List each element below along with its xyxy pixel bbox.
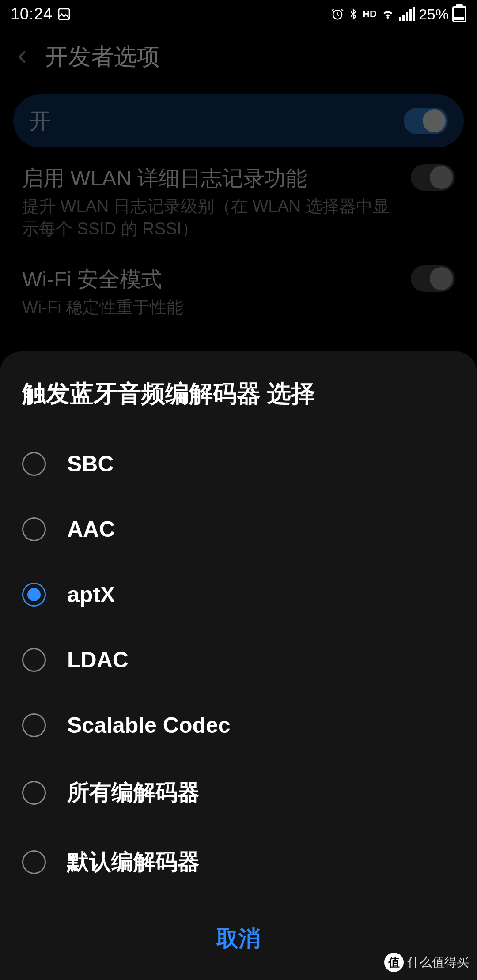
option-label: 所有编解码器 [67,778,200,807]
row-title: 启用 WLAN 详细日志记录功能 [22,164,393,192]
option-all-codecs[interactable]: 所有编解码器 [22,758,455,827]
option-aac[interactable]: AAC [22,497,455,562]
option-label: 默认编解码器 [67,847,200,877]
watermark-badge: 值 [384,953,404,972]
svg-rect-0 [59,9,69,19]
battery-icon [452,6,466,22]
radio-icon [22,648,46,672]
row-subtitle: 提升 WLAN 日志记录级别（在 WLAN 选择器中显示每个 SSID 的 RS… [22,195,393,240]
master-toggle-label: 开 [29,106,51,136]
dialog-options: SBC AAC aptX LDAC Scalable Codec 所有编解码器 … [22,431,455,897]
master-toggle-switch[interactable] [404,108,448,134]
radio-icon-selected [22,583,46,607]
list-item[interactable]: 启用 WLAN 详细日志记录功能 提升 WLAN 日志记录级别（在 WLAN 选… [22,152,455,253]
page-title: 开发者选项 [45,41,160,72]
option-ldac[interactable]: LDAC [22,627,455,693]
row-toggle[interactable] [411,265,455,292]
status-clock: 10:24 [11,5,53,23]
master-toggle-row[interactable]: 开 [13,94,464,147]
option-sbc[interactable]: SBC [22,431,455,497]
list-item[interactable]: Wi-Fi 安全模式 Wi-Fi 稳定性重于性能 [22,253,455,331]
app-bar: 开发者选项 [0,28,477,90]
option-label: Scalable Codec [67,712,231,738]
cancel-button[interactable]: 取消 [22,924,455,954]
alarm-icon [331,8,344,21]
radio-icon [22,850,46,874]
watermark: 值 什么值得买 [384,953,469,972]
row-toggle[interactable] [411,164,455,191]
radio-icon [22,713,46,737]
status-bar: 10:24 HD 25% [0,0,477,28]
option-label: aptX [67,582,115,607]
codec-dialog: 触发蓝牙音频编解码器 选择 SBC AAC aptX LDAC Scalable… [0,351,477,980]
bluetooth-icon [348,7,359,21]
wifi-icon [380,8,395,21]
radio-icon [22,517,46,541]
back-icon[interactable] [13,48,32,66]
radio-icon [22,781,46,805]
radio-icon [22,452,46,476]
row-subtitle: Wi-Fi 稳定性重于性能 [22,296,393,319]
settings-list: 启用 WLAN 详细日志记录功能 提升 WLAN 日志记录级别（在 WLAN 选… [0,152,477,331]
watermark-text: 什么值得买 [407,954,469,971]
picture-icon [57,7,71,21]
option-default-codec[interactable]: 默认编解码器 [22,827,455,897]
option-aptx[interactable]: aptX [22,562,455,627]
row-title: Wi-Fi 安全模式 [22,265,393,294]
dialog-title: 触发蓝牙音频编解码器 选择 [22,378,455,410]
battery-percentage: 25% [419,6,449,23]
option-label: AAC [67,516,115,542]
hd-label: HD [363,8,377,20]
option-label: SBC [67,451,114,477]
option-label: LDAC [67,647,129,673]
option-scalable-codec[interactable]: Scalable Codec [22,693,455,758]
signal-icon [399,8,415,21]
